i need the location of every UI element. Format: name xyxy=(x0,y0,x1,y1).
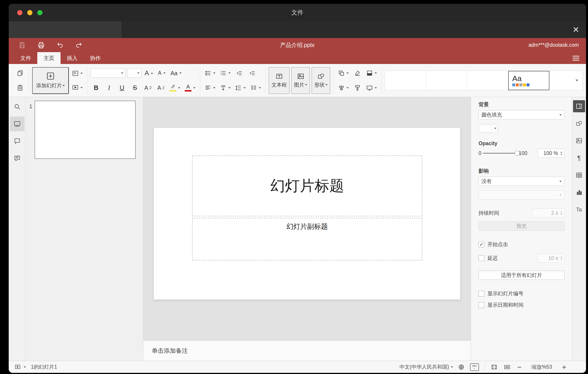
start-slideshow-status-icon[interactable] xyxy=(14,364,21,370)
slide-settings-icon[interactable] xyxy=(573,100,585,112)
decrease-font-button[interactable]: A xyxy=(156,67,167,79)
decrease-indent-button[interactable] xyxy=(234,67,245,79)
minimize-window-button[interactable] xyxy=(27,10,32,15)
zoom-window-button[interactable] xyxy=(37,10,42,15)
comments-icon[interactable] xyxy=(10,134,25,149)
effect-select[interactable]: 没有 xyxy=(479,177,565,186)
insert-shape-button[interactable]: 形状 xyxy=(312,67,330,94)
start-slideshow-button[interactable] xyxy=(71,82,84,94)
theme-gallery-expand-button[interactable] xyxy=(571,71,582,90)
insert-image-button[interactable]: 图片 xyxy=(291,67,310,94)
spellcheck-icon[interactable]: abc ✓ xyxy=(470,363,479,371)
font-size-select[interactable] xyxy=(127,69,141,78)
columns-button[interactable] xyxy=(249,82,262,94)
window-title: 文件 xyxy=(9,9,586,17)
highlight-color-button[interactable] xyxy=(168,82,182,94)
subscript-button[interactable]: A2 xyxy=(155,82,167,94)
background-color-picker[interactable] xyxy=(479,124,498,133)
paragraph-settings-icon[interactable]: ¶ xyxy=(573,152,585,164)
superscript-button[interactable]: A2 xyxy=(142,82,154,94)
menu-icon[interactable] xyxy=(573,56,579,60)
show-slide-number-row: 显示幻灯片编号 xyxy=(479,290,565,297)
slideshow-options-icon[interactable] xyxy=(24,366,26,368)
redo-icon[interactable] xyxy=(75,42,83,49)
delay-checkbox[interactable] xyxy=(479,255,484,261)
slide[interactable]: 幻灯片标题 幻灯片副标题 xyxy=(154,128,461,300)
tab-file[interactable]: 文件 xyxy=(14,52,37,64)
tab-collaboration[interactable]: 协作 xyxy=(84,52,107,64)
status-bar: 1的幻灯片1 中文(中华人民共和国) abc ✓ − 缩放%53 + xyxy=(9,361,586,373)
close-window-button[interactable] xyxy=(17,10,22,15)
background-fill-select[interactable]: 颜色填充 xyxy=(479,110,565,120)
chart-settings-icon[interactable] xyxy=(573,186,585,198)
arrange-shapes-button[interactable] xyxy=(337,67,350,79)
slides-panel-icon[interactable] xyxy=(10,117,25,131)
theme-option[interactable] xyxy=(467,71,508,90)
fit-to-slide-icon[interactable] xyxy=(491,364,497,370)
horizontal-align-button[interactable] xyxy=(203,82,217,94)
show-slide-number-checkbox[interactable] xyxy=(479,291,484,297)
increase-indent-button[interactable] xyxy=(247,67,258,79)
change-case-button[interactable]: Aa xyxy=(169,67,183,79)
numbering-button[interactable] xyxy=(219,67,232,79)
notes-input[interactable]: 单击添加备注 xyxy=(143,341,471,361)
chat-icon[interactable] xyxy=(10,151,25,166)
font-color-button[interactable]: A xyxy=(183,82,197,94)
opacity-slider-knob[interactable] xyxy=(515,151,520,156)
tab-home[interactable]: 主页 xyxy=(37,52,61,64)
save-icon[interactable] xyxy=(19,42,26,49)
document-language-icon[interactable] xyxy=(458,364,465,370)
show-date-time-label: 显示日期和时间 xyxy=(487,302,524,308)
clear-style-button[interactable] xyxy=(352,67,363,79)
image-settings-icon[interactable] xyxy=(573,135,585,147)
arrange-group xyxy=(335,67,380,94)
strikeout-button[interactable]: S xyxy=(129,82,140,94)
align-shapes-button[interactable] xyxy=(337,82,350,94)
table-settings-icon[interactable] xyxy=(573,169,585,181)
close-icon[interactable]: ✕ xyxy=(573,26,579,34)
show-date-time-checkbox[interactable] xyxy=(479,302,484,308)
slide-size-button[interactable] xyxy=(365,82,378,94)
search-icon[interactable] xyxy=(10,99,25,114)
fit-to-width-icon[interactable] xyxy=(504,364,511,370)
line-spacing-button[interactable] xyxy=(234,82,247,94)
vertical-align-button[interactable] xyxy=(219,82,232,94)
slide-title-placeholder[interactable]: 幻灯片标题 xyxy=(192,155,422,216)
language-caret-icon[interactable] xyxy=(451,366,453,368)
change-layout-button[interactable] xyxy=(71,67,84,79)
zoom-in-button[interactable]: + xyxy=(562,363,566,371)
apply-to-all-slides-button[interactable]: 适用于所有幻灯片 xyxy=(479,271,565,280)
modal-header: ✕ xyxy=(9,21,586,38)
opacity-value-input[interactable]: 100 % xyxy=(538,149,565,158)
italic-button[interactable]: I xyxy=(104,82,115,94)
bullets-button[interactable] xyxy=(203,67,217,79)
undo-icon[interactable] xyxy=(56,42,64,49)
tab-insert[interactable]: 插入 xyxy=(61,52,84,64)
insert-textbox-button[interactable]: 文本框 xyxy=(269,67,290,94)
theme-option[interactable] xyxy=(385,71,426,90)
start-on-click-checkbox[interactable]: ✓ xyxy=(479,242,484,247)
bold-button[interactable]: B xyxy=(91,82,102,94)
home-toolbar: 添加幻灯片 A A Aa xyxy=(9,64,586,97)
opacity-max: 100 xyxy=(519,150,527,156)
textart-settings-icon[interactable]: Ta xyxy=(573,204,585,216)
paste-button[interactable] xyxy=(14,82,26,94)
shape-settings-icon[interactable] xyxy=(573,117,585,130)
theme-option-selected[interactable]: Aa xyxy=(508,71,549,90)
right-icon-bar: ¶ Ta xyxy=(572,97,586,361)
slide-subtitle-placeholder[interactable]: 幻灯片副标题 xyxy=(192,218,422,260)
zoom-out-button[interactable]: − xyxy=(517,363,522,371)
font-name-select[interactable] xyxy=(91,69,125,78)
copy-button[interactable] xyxy=(14,67,26,79)
opacity-slider[interactable] xyxy=(483,153,517,154)
print-icon[interactable] xyxy=(37,41,45,49)
language-select[interactable]: 中文(中华人民共和国) xyxy=(399,363,449,370)
increase-font-button[interactable]: A xyxy=(143,67,154,79)
copy-style-button[interactable] xyxy=(352,82,363,94)
underline-button[interactable]: U xyxy=(116,82,127,94)
fill-color-button[interactable] xyxy=(365,67,378,79)
add-slide-button[interactable]: 添加幻灯片 xyxy=(32,67,69,94)
paragraph-group xyxy=(201,67,264,94)
theme-option[interactable] xyxy=(426,71,467,90)
slide-thumbnail[interactable] xyxy=(35,101,136,159)
